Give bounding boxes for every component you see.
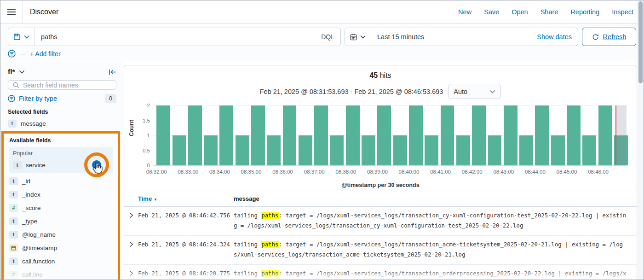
pinned-filters-divider: —: [20, 50, 26, 57]
histogram-bar-08:38:30[interactable]: [362, 135, 375, 165]
histogram-bar-08:38:00[interactable]: [346, 105, 360, 165]
documents-table: Time▼ message Feb 21, 2025 @ 08:46:42.75…: [124, 191, 637, 280]
page-title: Discover: [30, 8, 58, 16]
field-item-_type[interactable]: t_type: [9, 216, 113, 226]
histogram-bar-08:36:30[interactable]: [299, 135, 312, 165]
histogram-bar-08:41:30[interactable]: [456, 135, 470, 165]
expand-row-icon[interactable]: [129, 241, 134, 247]
nav-link-new[interactable]: New: [458, 8, 472, 16]
nav-link-save[interactable]: Save: [484, 8, 499, 16]
y-axis-label: Count: [128, 114, 135, 142]
field-item-service[interactable]: t service +: [13, 160, 109, 170]
interval-select[interactable]: Auto: [448, 84, 501, 99]
date-quick-menu-button[interactable]: [345, 28, 371, 46]
field-name: service: [26, 162, 46, 169]
query-input[interactable]: paths: [35, 33, 315, 41]
nav-link-inspect[interactable]: Inspect: [612, 8, 633, 16]
field-name: _index: [22, 191, 40, 198]
field-name: _score: [22, 204, 41, 211]
row-message: tailing paths: target = /logs/xuml-servi…: [234, 269, 637, 280]
histogram-bar-08:44:30[interactable]: [551, 135, 565, 165]
field-item-_score[interactable]: #_score: [9, 203, 113, 213]
histogram-bar-08:44:00[interactable]: [535, 105, 549, 165]
histogram-bar-08:43:00[interactable]: [504, 105, 518, 165]
search-fields-input[interactable]: [23, 82, 101, 89]
collapse-left-icon: [109, 69, 116, 76]
nav-link-share[interactable]: Share: [540, 8, 558, 16]
top-bar: Discover NewSaveOpenShareReportingInspec…: [0, 0, 644, 23]
histogram-bar-08:35:00[interactable]: [251, 105, 265, 165]
histogram-bar-08:32:00[interactable]: [156, 105, 170, 165]
query-input-box[interactable]: paths DQL: [8, 28, 341, 46]
histogram-bar-08:39:00[interactable]: [377, 105, 391, 165]
histogram-bar-08:42:00[interactable]: [472, 105, 486, 165]
calendar-icon: [350, 34, 357, 41]
histogram-bar-08:33:00[interactable]: [188, 105, 202, 165]
page-scrollbar-track[interactable]: [637, 0, 644, 280]
date-type-icon: [9, 244, 18, 252]
histogram-bar-08:41:00[interactable]: [441, 105, 454, 165]
histogram-bar-08:36:00[interactable]: [283, 105, 297, 165]
chevron-down-icon: [19, 70, 25, 74]
histogram-bar-08:34:00[interactable]: [219, 105, 233, 165]
add-field-button[interactable]: +: [92, 160, 101, 169]
field-item-callfunction[interactable]: tcall.function: [9, 256, 113, 266]
histogram-bar-08:42:30[interactable]: [488, 135, 502, 165]
nav-link-reporting[interactable]: Reporting: [570, 8, 599, 16]
index-pattern-selector[interactable]: fl*: [8, 68, 25, 76]
field-item-timestamp[interactable]: @timestamp: [9, 243, 113, 253]
field-item-message[interactable]: tmessage: [8, 118, 116, 128]
field-name: @timestamp: [22, 245, 57, 251]
row-timestamp: Feb 21, 2025 @ 08:46:24.324: [138, 240, 234, 250]
saved-query-menu-button[interactable]: [8, 28, 35, 46]
histogram-bar-08:35:30[interactable]: [267, 135, 281, 165]
refresh-button[interactable]: Refresh: [582, 28, 636, 46]
y-tick-label: 1.5: [143, 118, 150, 123]
message-column-header: message: [234, 195, 637, 202]
x-tick-label: 08:33:00: [178, 169, 198, 175]
field-item-_id[interactable]: t_id: [9, 176, 113, 186]
search-fields-box[interactable]: [8, 80, 116, 90]
index-pattern-label: fl*: [8, 68, 15, 76]
row-timestamp: Feb 21, 2025 @ 08:46:42.756: [138, 211, 234, 221]
histogram-plot[interactable]: 00.511.52: [153, 105, 627, 165]
fields-sidebar: fl* Filter by type 0 Selected fields tme…: [0, 62, 124, 280]
nav-link-open[interactable]: Open: [512, 8, 528, 16]
x-tick-label: 08:35:00: [241, 169, 262, 175]
histogram-bar-08:34:30[interactable]: [236, 135, 249, 165]
field-item-log_name[interactable]: t@log_name: [9, 229, 113, 239]
expand-row-icon[interactable]: [129, 270, 134, 276]
histogram-bar-08:40:30[interactable]: [425, 135, 438, 165]
page-scrollbar-thumb[interactable]: [638, 1, 643, 83]
field-item-callline[interactable]: #call.line: [9, 269, 113, 280]
save-icon: [13, 33, 21, 41]
x-tick-label: 08:41:00: [430, 169, 451, 175]
add-filter-button[interactable]: + Add filter: [30, 50, 61, 58]
time-column-header[interactable]: Time▼: [138, 195, 234, 202]
query-language-button[interactable]: DQL: [315, 33, 340, 41]
histogram-bar-08:43:30[interactable]: [519, 135, 533, 165]
highlighted-term: paths: [261, 241, 279, 248]
histogram-bar-08:45:30[interactable]: [582, 135, 596, 165]
histogram-bar-08:37:00[interactable]: [314, 105, 328, 165]
chart-time-range: Feb 21, 2025 @ 08:31:53.693 - Feb 21, 20…: [260, 88, 443, 95]
histogram-bar-08:40:00[interactable]: [409, 105, 423, 165]
histogram-bar-08:32:30[interactable]: [172, 135, 186, 165]
histogram-bar-08:33:30[interactable]: [204, 135, 218, 165]
time-range-value[interactable]: Last 15 minutes: [371, 33, 537, 41]
date-picker[interactable]: Last 15 minutes Show dates: [345, 28, 578, 46]
row-message: tailing paths: target = /logs/xuml-servi…: [234, 211, 637, 231]
show-dates-button[interactable]: Show dates: [537, 33, 578, 41]
y-tick-label: 2: [147, 103, 150, 108]
x-tick-label: 08:45:00: [557, 169, 577, 175]
hamburger-icon: [7, 8, 16, 16]
filter-by-type-button[interactable]: Filter by type: [19, 95, 57, 102]
field-item-_index[interactable]: t_index: [9, 189, 113, 199]
hamburger-menu-button[interactable]: [0, 0, 23, 23]
expand-row-icon[interactable]: [129, 212, 134, 218]
histogram-bar-08:37:30[interactable]: [330, 135, 344, 165]
histogram-bar-08:46:00[interactable]: [598, 105, 612, 165]
collapse-sidebar-button[interactable]: [109, 69, 116, 76]
histogram-bar-08:45:00[interactable]: [567, 105, 581, 165]
histogram-bar-08:39:30[interactable]: [393, 135, 407, 165]
